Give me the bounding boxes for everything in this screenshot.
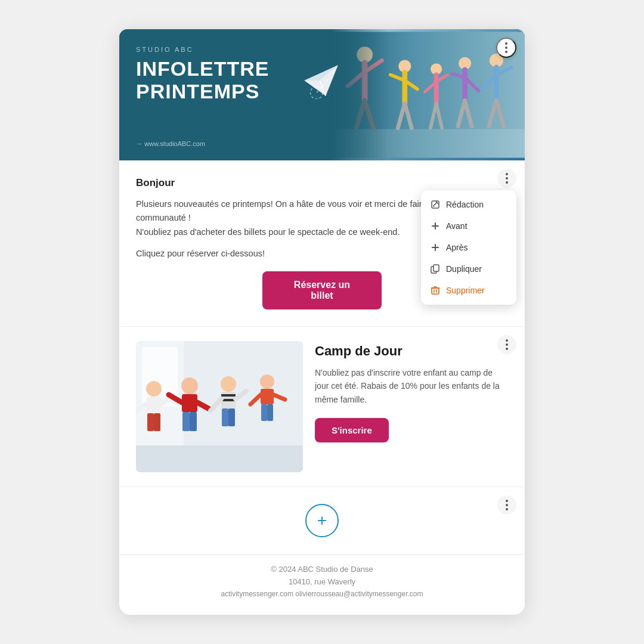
svg-rect-57 xyxy=(154,413,160,431)
svg-rect-63 xyxy=(190,412,197,431)
add-section-menu-button[interactable] xyxy=(497,496,516,515)
menu-item-dupliquer[interactable]: Dupliquer xyxy=(421,258,516,280)
duplicate-icon xyxy=(431,264,440,274)
camp-content: Camp de Jour N'oubliez pas d'inscrire vo… xyxy=(315,341,508,442)
svg-rect-45 xyxy=(432,288,439,294)
footer-copyright: © 2024 ABC Studio de Danse xyxy=(131,565,513,574)
kids-dancing-illustration xyxy=(136,341,303,472)
edit-icon xyxy=(431,200,440,209)
greeting-text: Bonjour xyxy=(136,177,508,189)
svg-rect-68 xyxy=(221,394,236,397)
camp-description: N'oubliez pas d'inscrire votre enfant au… xyxy=(315,366,508,406)
svg-rect-71 xyxy=(228,408,235,426)
text-section: Bonjour Plusieurs nouveautés ce printemp… xyxy=(119,160,525,327)
camp-section-menu-button[interactable] xyxy=(497,335,516,354)
vertical-dots-icon xyxy=(505,42,507,53)
banner-overlay xyxy=(330,29,525,160)
camp-title: Camp de Jour xyxy=(315,343,508,359)
menu-item-redaction[interactable]: Rédaction xyxy=(421,194,516,215)
menu-item-avant[interactable]: Avant xyxy=(421,215,516,237)
camp-photo xyxy=(136,341,303,472)
svg-rect-75 xyxy=(261,389,274,404)
footer-address: 10410, rue Waverly xyxy=(131,577,513,586)
main-card: STUDIO ABC INFOLETTRE PRINTEMPS → www.st… xyxy=(119,29,525,615)
plus-icon-avant xyxy=(431,221,440,231)
svg-rect-53 xyxy=(136,445,303,472)
banner-menu-button[interactable] xyxy=(496,38,516,58)
add-block-button[interactable]: + xyxy=(305,504,339,537)
banner-title: INFOLETTRE PRINTEMPS xyxy=(136,58,316,103)
plus-icon-apres xyxy=(431,243,440,252)
vertical-dots-icon-add xyxy=(506,500,508,510)
text-section-menu-button[interactable] xyxy=(497,169,516,188)
camp-image xyxy=(136,341,303,472)
vertical-dots-icon-text xyxy=(506,173,508,184)
svg-rect-76 xyxy=(261,404,267,421)
svg-rect-77 xyxy=(267,404,273,421)
svg-rect-56 xyxy=(147,413,154,431)
svg-point-74 xyxy=(260,374,274,389)
reserve-button[interactable]: Réservez un billet xyxy=(262,271,382,309)
trash-icon xyxy=(431,286,440,295)
svg-rect-70 xyxy=(222,408,228,426)
banner-section: STUDIO ABC INFOLETTRE PRINTEMPS → www.st… xyxy=(119,29,525,160)
paper-plane-icon xyxy=(298,62,341,99)
camp-section: Camp de Jour N'oubliez pas d'inscrire vo… xyxy=(119,327,525,487)
menu-item-apres[interactable]: Après xyxy=(421,237,516,258)
banner-right xyxy=(330,29,525,160)
banner-photo xyxy=(330,29,525,160)
svg-point-60 xyxy=(181,377,198,394)
context-menu: Rédaction Avant Après xyxy=(421,190,516,305)
svg-point-66 xyxy=(221,376,236,392)
plus-icon: + xyxy=(317,511,327,530)
banner-url: → www.studioABC.com xyxy=(136,140,205,147)
menu-item-supprimer[interactable]: Supprimer xyxy=(421,280,516,301)
svg-point-54 xyxy=(146,381,162,397)
camp-register-button[interactable]: S'inscrire xyxy=(315,418,389,442)
add-section: + xyxy=(119,487,525,555)
svg-rect-44 xyxy=(434,265,439,271)
vertical-dots-icon-camp xyxy=(506,339,508,350)
footer-links: activitymessenger.com olivierrousseau@ac… xyxy=(131,590,513,598)
banner-left: STUDIO ABC INFOLETTRE PRINTEMPS → www.st… xyxy=(119,29,330,160)
svg-rect-62 xyxy=(182,412,190,431)
svg-rect-55 xyxy=(147,397,161,413)
footer: © 2024 ABC Studio de Danse 10410, rue Wa… xyxy=(119,555,525,615)
studio-label: STUDIO ABC xyxy=(136,46,316,53)
camp-inner: Camp de Jour N'oubliez pas d'inscrire vo… xyxy=(119,327,525,487)
